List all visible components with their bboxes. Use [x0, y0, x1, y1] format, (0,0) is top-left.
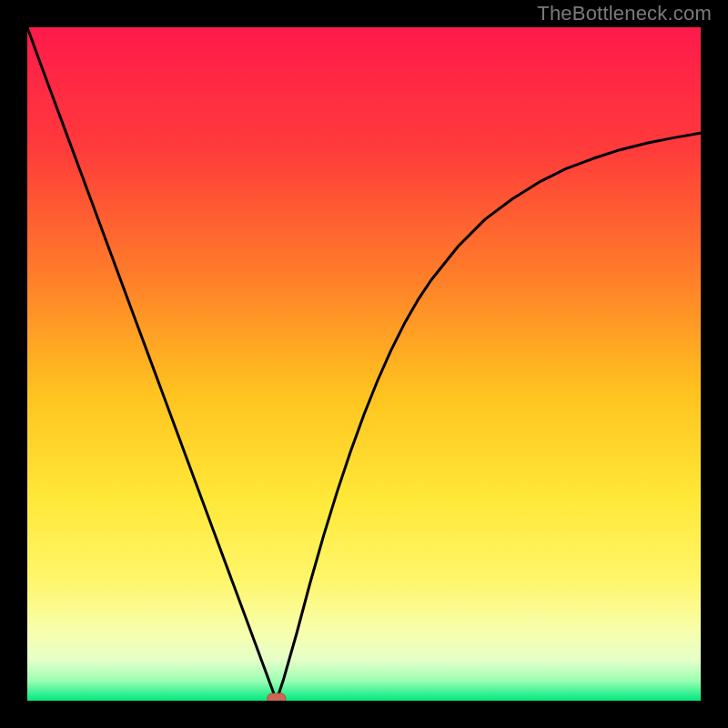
chart-plot	[27, 27, 701, 701]
chart-svg	[27, 27, 701, 701]
chart-frame: TheBottleneck.com	[0, 0, 728, 728]
minimum-marker	[268, 693, 286, 701]
watermark-text: TheBottleneck.com	[537, 2, 712, 25]
gradient-background	[27, 27, 701, 701]
